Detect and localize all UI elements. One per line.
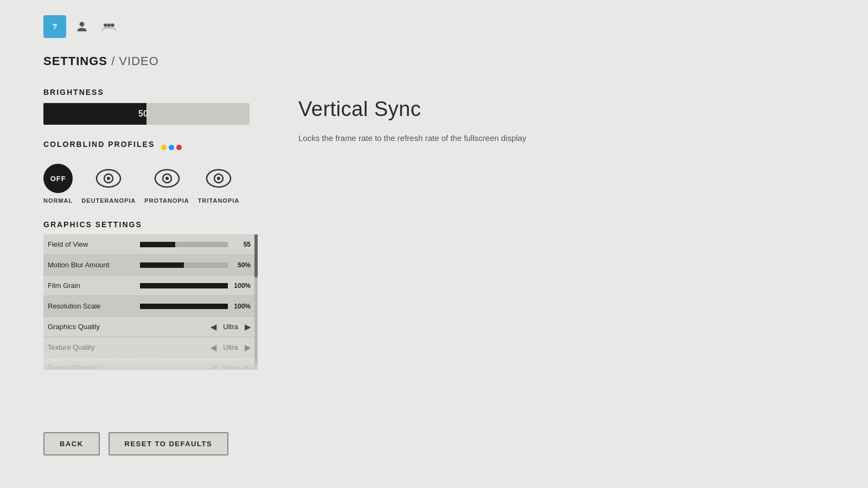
graphics-quality-selector: ◀ Ultra ▶ <box>140 323 251 331</box>
row-label-motion-blur: Motion Blur Amount <box>48 261 140 269</box>
svg-point-2 <box>80 22 85 27</box>
graphics-quality-next[interactable]: ▶ <box>245 323 251 331</box>
colorblind-off-badge: OFF <box>43 164 73 193</box>
graphics-quality-prev[interactable]: ◀ <box>210 323 216 331</box>
group-nav-icon[interactable] <box>98 15 120 38</box>
brightness-slider[interactable]: 50 <box>43 103 250 125</box>
graphics-quality-value: Ultra <box>220 323 241 331</box>
scrollbar-thumb[interactable] <box>254 234 258 278</box>
brightness-fill <box>43 103 146 125</box>
fov-fill <box>140 242 175 247</box>
colorblind-label: COLORBLIND PROFILES <box>43 140 155 149</box>
colorblind-dots <box>161 145 182 150</box>
svg-point-11 <box>165 177 169 180</box>
graphics-table-container: Field of View 55 Motion Blur Amount 50% <box>43 234 258 370</box>
motion-blur-fill <box>140 262 184 268</box>
back-button[interactable]: BACK <box>43 432 100 455</box>
colorblind-section: COLORBLIND PROFILES OFF NORMAL DEUTERAN <box>43 140 315 204</box>
resolution-slider[interactable]: 100% <box>140 303 251 310</box>
film-grain-fill <box>140 283 228 288</box>
table-row: Texture Quality ◀ Ultra ▶ <box>43 337 255 358</box>
graphics-table: Field of View 55 Motion Blur Amount 50% <box>43 234 255 370</box>
reset-button[interactable]: RESET TO DEFAULTS <box>108 432 229 455</box>
svg-text:?: ? <box>52 22 57 31</box>
resolution-fill <box>140 304 228 309</box>
table-row: Graphics Quality ◀ Ultra ▶ <box>43 317 255 337</box>
dot-blue <box>169 145 174 150</box>
colorblind-option-deuteranopia[interactable]: DEUTERANOPIA <box>81 164 136 204</box>
motion-blur-slider[interactable]: 50% <box>140 261 251 269</box>
row-label-resolution-scale: Resolution Scale <box>48 302 140 310</box>
dot-red <box>176 145 182 150</box>
colorblind-options: OFF NORMAL DEUTERANOPIA PROTANOP <box>43 164 315 204</box>
bottom-buttons: BACK RESET TO DEFAULTS <box>43 432 228 455</box>
brightness-label: BRIGHTNESS <box>43 88 315 97</box>
resolution-value: 100% <box>230 303 251 310</box>
dot-yellow <box>161 145 167 150</box>
breadcrumb: SETTINGS / VIDEO <box>43 54 315 68</box>
eye-icon-deuteranopia <box>94 164 123 193</box>
row-label-texture-quality: Texture Quality <box>48 343 140 351</box>
texture-filtering-selector: ◀ Ultra ▶ <box>140 364 251 370</box>
texture-filtering-prev: ◀ <box>210 364 216 370</box>
motion-blur-bar <box>140 262 228 268</box>
table-row: Motion Blur Amount 50% <box>43 255 255 275</box>
svg-point-4 <box>107 23 111 27</box>
svg-point-8 <box>107 177 110 180</box>
graphics-section-label: GRAPHICS SETTINGS <box>43 220 315 229</box>
film-grain-value: 100% <box>230 282 251 290</box>
breadcrumb-part1: SETTINGS <box>43 54 107 68</box>
breadcrumb-part2: VIDEO <box>119 54 158 68</box>
eye-icon-protanopia <box>152 164 182 193</box>
help-nav-icon[interactable]: ? <box>43 15 66 38</box>
texture-filtering-next: ▶ <box>245 364 251 370</box>
table-row: Texture Filtering ◀ Ultra ▶ <box>43 358 255 370</box>
fov-slider[interactable]: 55 <box>140 241 251 248</box>
colorblind-option-tritanopia[interactable]: TRITANOPIA <box>198 164 239 204</box>
colorblind-option-protanopia[interactable]: PROTANOPIA <box>144 164 189 204</box>
main-content: SETTINGS / VIDEO BRIGHTNESS 50 COLORBLIN… <box>43 54 315 370</box>
row-label-film-grain: Film Grain <box>48 281 140 290</box>
svg-point-3 <box>104 23 107 27</box>
film-grain-slider[interactable]: 100% <box>140 282 251 290</box>
vsync-title: Vertical Sync <box>298 98 570 121</box>
profile-nav-icon[interactable] <box>71 15 93 38</box>
texture-quality-value: Ultra <box>220 343 241 351</box>
colorblind-option-normal[interactable]: OFF NORMAL <box>43 164 73 204</box>
eye-icon-tritanopia <box>204 164 233 193</box>
svg-point-14 <box>217 177 220 180</box>
colorblind-protanopia-label: PROTANOPIA <box>144 197 189 204</box>
svg-point-5 <box>111 23 114 27</box>
fov-value: 55 <box>230 241 251 248</box>
table-row: Film Grain 100% <box>43 275 255 296</box>
texture-quality-selector: ◀ Ultra ▶ <box>140 343 251 352</box>
fov-bar <box>140 242 228 247</box>
breadcrumb-separator: / <box>107 54 119 68</box>
row-label-graphics-quality: Graphics Quality <box>48 323 140 331</box>
table-row: Resolution Scale 100% <box>43 296 255 317</box>
colorblind-tritanopia-label: TRITANOPIA <box>198 197 239 204</box>
vsync-description: Locks the frame rate to the refresh rate… <box>298 132 570 145</box>
top-nav: ? <box>43 15 120 38</box>
colorblind-deuteranopia-label: DEUTERANOPIA <box>81 197 136 204</box>
right-panel: Vertical Sync Locks the frame rate to th… <box>298 98 570 145</box>
film-grain-bar <box>140 283 228 288</box>
texture-filtering-value: Ultra <box>220 364 241 370</box>
colorblind-header: COLORBLIND PROFILES <box>43 140 315 155</box>
resolution-bar <box>140 304 228 309</box>
row-label-texture-filtering: Texture Filtering <box>48 364 140 370</box>
brightness-value: 50 <box>138 109 148 119</box>
motion-blur-value: 50% <box>230 261 251 269</box>
row-label-fov: Field of View <box>48 240 140 248</box>
scrollbar-track[interactable] <box>254 234 258 370</box>
texture-quality-prev: ◀ <box>210 343 216 352</box>
colorblind-normal-label: NORMAL <box>43 197 73 204</box>
table-row: Field of View 55 <box>43 234 255 255</box>
texture-quality-next: ▶ <box>245 343 251 352</box>
